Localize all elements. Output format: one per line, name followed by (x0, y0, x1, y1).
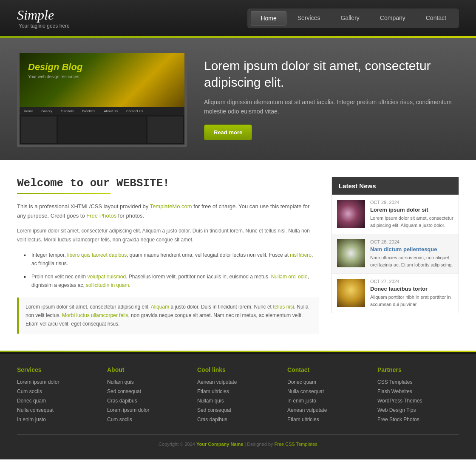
hero-paragraph: Aliquam dignissim elementum est sit amet… (204, 97, 459, 116)
footer-services-link-1[interactable]: Lorem ipsum dolor (17, 379, 99, 385)
bullet-link-2[interactable]: nisl libero (290, 252, 312, 258)
nav-services[interactable]: Services (288, 11, 330, 26)
header: Simple Your tagline goes here Home Servi… (0, 0, 476, 36)
footer-contact-link-5[interactable]: Etiam ultricies (287, 416, 369, 422)
main-content: Welcome to our WEBSITE! This is a profes… (17, 177, 319, 334)
bullet-link-5[interactable]: sollicitudin in quam (86, 282, 129, 288)
screen-nav-tutorials: Tutorials (61, 109, 74, 113)
footer-partners-title: Partners (377, 366, 459, 373)
footer-about-link-1[interactable]: Nullam quis (107, 379, 189, 385)
news-text-2: OCT 28, 2024 Nam dictum pellentesque Nam… (370, 239, 453, 268)
news-text-3: OCT 27, 2024 Donec faucibus tortor Aliqu… (370, 279, 453, 308)
news-title-2: Nam dictum pellentesque (370, 246, 453, 252)
footer-about-link-4[interactable]: Lorem ipsum dolor (107, 407, 189, 413)
nav-contact[interactable]: Contact (416, 11, 456, 26)
footer-contact-title: Contact (287, 366, 369, 373)
footer-services-title: Services (17, 366, 99, 373)
footer-coollinks-link-5[interactable]: Cras dapibus (197, 416, 279, 422)
site-title: Simple (17, 7, 70, 23)
latest-news-header: Latest News (332, 177, 459, 195)
blockquote: Lorem ipsum dolor sit amet, consectetur … (17, 298, 319, 334)
footer-about-title: About (107, 366, 189, 373)
news-image-bee (337, 239, 365, 267)
news-excerpt-1: Lorem ipsum dolor sit amet, consectetur … (370, 215, 453, 229)
news-excerpt-3: Aliquam porttitor nibh in erat porttitor… (370, 294, 453, 308)
footer-col-contact: Contact Donec quam Nulla consequat In en… (287, 366, 369, 426)
footer-about-link-5[interactable]: Cum sociis (107, 416, 189, 422)
screen-nav-gallery: Gallery (41, 109, 52, 113)
screen-nav-about: About Us (104, 109, 118, 113)
news-text-1: OCT 29, 2024 Lorem ipsum dolor sit Lorem… (370, 200, 453, 229)
nav-gallery[interactable]: Gallery (331, 11, 368, 26)
footer-partners-link-1[interactable]: CSS Templates (377, 379, 459, 385)
site-tagline: Your tagline goes here (19, 23, 70, 29)
news-date-3: OCT 27, 2024 (370, 279, 453, 284)
designed-by-text: Designed by (247, 442, 273, 447)
footer-partners-link-4[interactable]: Web Design Tips (377, 407, 459, 413)
screen-nav-freebies: Freebies (82, 109, 95, 113)
footer-columns: Services Lorem ipsum dolor Cum sociis Do… (17, 366, 459, 426)
main-nav: Home Services Gallery Company Contact (247, 8, 459, 28)
news-image-gold (337, 279, 365, 307)
sidebar: Latest News OCT 29, 2024 Lorem ipsum dol… (332, 177, 459, 334)
footer-partners-link-3[interactable]: WordPress Themes (377, 398, 459, 404)
screen-content (20, 115, 184, 144)
footer-services-link-3[interactable]: Donec quam (17, 398, 99, 404)
blog-title: Design Blog (28, 62, 82, 73)
footer-contact-link-1[interactable]: Donec quam (287, 379, 369, 385)
news-image-flowers (337, 200, 365, 228)
footer-col-partners: Partners CSS Templates Flash Websites Wo… (377, 366, 459, 426)
footer-partners-link-2[interactable]: Flash Websites (377, 388, 459, 394)
footer-services-link-4[interactable]: Nulla consequat (17, 407, 99, 413)
screen-nav-contact: Contact Us (126, 109, 143, 113)
hero-text: Lorem ipsum dolor sit amet, consectetur … (204, 57, 459, 141)
footer-contact-link-2[interactable]: Nulla consequat (287, 388, 369, 394)
footer-about-link-2[interactable]: Sed consequat (107, 388, 189, 394)
blockquote-text: Lorem ipsum dolor sit amet, consectetur … (26, 303, 312, 329)
footer-contact-link-3[interactable]: In enim justo (287, 398, 369, 404)
news-item-1: OCT 29, 2024 Lorem ipsum dolor sit Lorem… (332, 195, 459, 234)
blog-subtitle: Your web design resources (28, 74, 79, 79)
footer-coollinks-link-2[interactable]: Etiam ultricies (197, 388, 279, 394)
news-excerpt-2: Nam ultricies cursus enim, non aliquet o… (370, 254, 453, 268)
latest-news-box: Latest News OCT 29, 2024 Lorem ipsum dol… (332, 177, 459, 313)
blockquote-link-3[interactable]: Morbi luctus ullamcorper felis (62, 312, 128, 318)
hero-image-wrap: Design Blog Your web design resources Ho… (17, 51, 187, 147)
news-item-3: OCT 27, 2024 Donec faucibus tortor Aliqu… (332, 274, 459, 313)
nav-home[interactable]: Home (251, 11, 286, 26)
footer-coollinks-title: Cool links (197, 366, 279, 373)
footer-coollinks-link-4[interactable]: Sed consequat (197, 407, 279, 413)
blockquote-link-1[interactable]: Aliquam (151, 304, 169, 310)
footer-bottom: Copyright © 2024 Your Company Name | Des… (17, 434, 459, 447)
read-more-button[interactable]: Read more (204, 125, 252, 140)
bullet-link-4[interactable]: Nullam orci odio (271, 274, 308, 280)
footer-col-about: About Nullam quis Sed consequat Cras dap… (107, 366, 189, 426)
news-date-1: OCT 29, 2024 (370, 200, 453, 205)
designer-link[interactable]: Free CSS Templates (275, 442, 317, 447)
footer-services-link-2[interactable]: Cum sociis (17, 388, 99, 394)
templatemo-link[interactable]: TemplateMo.com (150, 203, 192, 210)
freephotos-link[interactable]: Free Photos (86, 212, 116, 219)
hero-section: Design Blog Your web design resources Ho… (0, 38, 476, 160)
footer-coollinks-link-1[interactable]: Aenean vulputate (197, 379, 279, 385)
company-name-link[interactable]: Your Company Name (196, 442, 243, 447)
footer-coollinks-link-3[interactable]: Nullam quis (197, 398, 279, 404)
news-date-2: OCT 28, 2024 (370, 239, 453, 244)
logo-area: Simple Your tagline goes here (17, 7, 70, 29)
bullet-link-1[interactable]: libero quis laoreet dapibus (67, 252, 127, 258)
news-thumb-2 (337, 239, 365, 267)
footer-services-link-5[interactable]: In enim justo (17, 416, 99, 422)
news-title-1: Lorem ipsum dolor sit (370, 207, 453, 213)
bullet-link-3[interactable]: volutpat euismod (87, 274, 126, 280)
footer: Services Lorem ipsum dolor Cum sociis Do… (0, 354, 476, 459)
footer-about-link-3[interactable]: Cras dapibus (107, 398, 189, 404)
nav-company[interactable]: Company (371, 11, 415, 26)
footer-col-services: Services Lorem ipsum dolor Cum sociis Do… (17, 366, 99, 426)
news-title-3: Donec faucibus tortor (370, 286, 453, 292)
blockquote-link-2[interactable]: tellus nisi (273, 304, 294, 310)
bullet-item-2: Proin non velit nec enim volutpat euismo… (26, 272, 319, 290)
footer-contact-link-4[interactable]: Aenean vulputate (287, 407, 369, 413)
news-thumb-3 (337, 279, 365, 307)
hero-heading: Lorem ipsum dolor sit amet, consectetur … (204, 57, 459, 91)
footer-partners-link-5[interactable]: Free Stock Photos (377, 416, 459, 422)
